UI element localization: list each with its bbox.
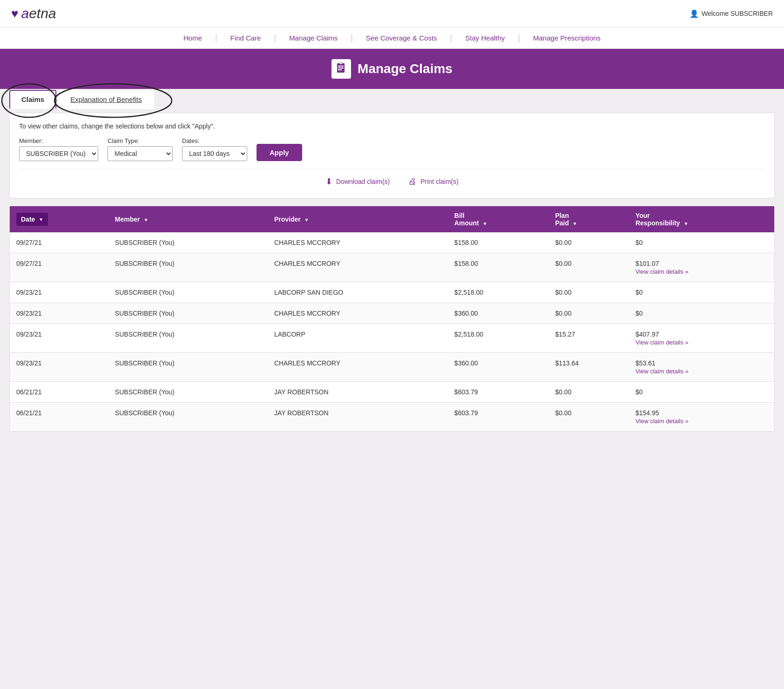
svg-rect-4 [339, 62, 342, 64]
banner-icon [331, 59, 351, 79]
cell-plan-paid: $0.00 [548, 253, 629, 282]
cell-date: 09/27/21 [10, 232, 108, 253]
download-claims-link[interactable]: ⬇ Download claim(s) [325, 176, 390, 187]
claims-table: Date ▼ Member ▼ Provider ▼ BillAmount ▼ … [9, 206, 775, 432]
nav-bar: Home | Find Care | Manage Claims | See C… [0, 27, 784, 49]
filter-box: To view other claims, change the selecti… [9, 113, 775, 198]
cell-your-responsibility: $0 [629, 232, 775, 253]
cell-your-responsibility: $0 [629, 282, 775, 303]
svg-rect-1 [338, 66, 344, 67]
download-icon: ⬇ [325, 176, 332, 187]
cell-bill-amount: $2,518.00 [448, 282, 549, 303]
print-label: Print claim(s) [420, 178, 459, 185]
cell-your-responsibility: $0 [629, 303, 775, 324]
table-row: 06/21/21SUBSCRIBER (You)JAY ROBERTSON$60… [10, 382, 775, 403]
cell-provider: CHARLES MCCRORY [268, 232, 448, 253]
cell-member: SUBSCRIBER (You) [108, 303, 268, 324]
claim-type-filter-group: Claim Type: Medical Dental Pharmacy Visi… [108, 137, 173, 161]
tab-eob[interactable]: Explanation of Benefits [58, 90, 154, 109]
cell-your-responsibility[interactable]: $154.95View claim details » [629, 403, 775, 432]
cell-date: 06/21/21 [10, 403, 108, 432]
cell-date: 09/23/21 [10, 282, 108, 303]
cell-member: SUBSCRIBER (You) [108, 403, 268, 432]
print-claims-link[interactable]: 🖨 Print claim(s) [408, 177, 459, 187]
apply-button[interactable]: Apply [257, 144, 302, 161]
cell-bill-amount: $360.00 [448, 303, 549, 324]
nav-manage-claims[interactable]: Manage Claims [276, 32, 351, 44]
cell-date: 09/27/21 [10, 253, 108, 282]
top-bar: ♥ aetna 👤 Welcome SUBSCRIBER [0, 0, 784, 27]
cell-provider: JAY ROBERTSON [268, 382, 448, 403]
table-row: 06/21/21SUBSCRIBER (You)JAY ROBERTSON$60… [10, 403, 775, 432]
cell-plan-paid: $0.00 [548, 232, 629, 253]
col-provider[interactable]: Provider ▼ [268, 206, 448, 233]
cell-provider: LABCORP SAN DIEGO [268, 282, 448, 303]
cell-your-responsibility[interactable]: $53.61View claim details » [629, 353, 775, 382]
cell-plan-paid: $15.27 [548, 324, 629, 353]
cell-plan-paid: $0.00 [548, 403, 629, 432]
cell-your-responsibility: $0 [629, 382, 775, 403]
nav-find-care[interactable]: Find Care [217, 32, 274, 44]
cell-provider: CHARLES MCCRORY [268, 253, 448, 282]
cell-plan-paid: $0.00 [548, 382, 629, 403]
member-select[interactable]: SUBSCRIBER (You) Spouse Dependent 1 [19, 146, 98, 161]
member-label: Member: [19, 137, 98, 144]
svg-rect-2 [338, 68, 344, 68]
cell-date: 06/21/21 [10, 382, 108, 403]
col-member[interactable]: Member ▼ [108, 206, 268, 233]
table-row: 09/23/21SUBSCRIBER (You)CHARLES MCCRORY$… [10, 353, 775, 382]
cell-bill-amount: $158.00 [448, 253, 549, 282]
print-icon: 🖨 [408, 177, 417, 187]
actions-row: ⬇ Download claim(s) 🖨 Print claim(s) [19, 169, 765, 189]
nav-home[interactable]: Home [170, 32, 215, 44]
cell-provider: LABCORP [268, 324, 448, 353]
download-label: Download claim(s) [336, 178, 390, 185]
cell-bill-amount: $360.00 [448, 353, 549, 382]
claim-type-label: Claim Type: [108, 137, 173, 144]
nav-coverage-costs[interactable]: See Coverage & Costs [353, 32, 450, 44]
logo: ♥ aetna [11, 6, 56, 21]
table-row: 09/23/21SUBSCRIBER (You)LABCORP SAN DIEG… [10, 282, 775, 303]
logo-text: aetna [21, 6, 56, 21]
cell-member: SUBSCRIBER (You) [108, 324, 268, 353]
view-claim-details-link[interactable]: View claim details » [635, 418, 768, 425]
table-row: 09/27/21SUBSCRIBER (You)CHARLES MCCRORY$… [10, 253, 775, 282]
dates-filter-group: Dates: Last 180 days Last 30 days Last 6… [182, 137, 247, 161]
cell-bill-amount: $158.00 [448, 232, 549, 253]
claim-type-select[interactable]: Medical Dental Pharmacy Vision [108, 146, 173, 161]
cell-date: 09/23/21 [10, 324, 108, 353]
logo-heart-icon: ♥ [11, 7, 18, 21]
table-row: 09/23/21SUBSCRIBER (You)LABCORP$2,518.00… [10, 324, 775, 353]
cell-your-responsibility[interactable]: $101.07View claim details » [629, 253, 775, 282]
dates-label: Dates: [182, 137, 247, 144]
cell-date: 09/23/21 [10, 303, 108, 324]
col-your-responsibility[interactable]: YourResponsibility ▼ [629, 206, 775, 233]
cell-your-responsibility[interactable]: $407.97View claim details » [629, 324, 775, 353]
cell-member: SUBSCRIBER (You) [108, 232, 268, 253]
col-bill-amount[interactable]: BillAmount ▼ [448, 206, 549, 233]
filter-instruction: To view other claims, change the selecti… [19, 122, 765, 130]
tab-claims[interactable]: Claims [9, 90, 56, 109]
col-date[interactable]: Date ▼ [10, 206, 108, 233]
view-claim-details-link[interactable]: View claim details » [635, 368, 768, 375]
view-claim-details-link[interactable]: View claim details » [635, 339, 768, 346]
table-header-row: Date ▼ Member ▼ Provider ▼ BillAmount ▼ … [10, 206, 775, 233]
page-title: Manage Claims [358, 61, 453, 76]
table-row: 09/23/21SUBSCRIBER (You)CHARLES MCCRORY$… [10, 303, 775, 324]
cell-member: SUBSCRIBER (You) [108, 353, 268, 382]
col-plan-paid[interactable]: PlanPaid ▼ [548, 206, 629, 233]
cell-bill-amount: $603.79 [448, 403, 549, 432]
nav-manage-prescriptions[interactable]: Manage Prescriptions [520, 32, 614, 44]
user-info: 👤 Welcome SUBSCRIBER [689, 9, 773, 18]
cell-member: SUBSCRIBER (You) [108, 382, 268, 403]
member-filter-group: Member: SUBSCRIBER (You) Spouse Dependen… [19, 137, 98, 161]
user-icon: 👤 [689, 9, 699, 18]
main-content: To view other claims, change the selecti… [0, 108, 784, 441]
nav-stay-healthy[interactable]: Stay Healthy [452, 32, 518, 44]
page-banner: Manage Claims [0, 49, 784, 89]
cell-member: SUBSCRIBER (You) [108, 282, 268, 303]
view-claim-details-link[interactable]: View claim details » [635, 268, 768, 275]
dates-select[interactable]: Last 180 days Last 30 days Last 60 days … [182, 146, 247, 161]
svg-rect-3 [338, 69, 342, 70]
cell-date: 09/23/21 [10, 353, 108, 382]
